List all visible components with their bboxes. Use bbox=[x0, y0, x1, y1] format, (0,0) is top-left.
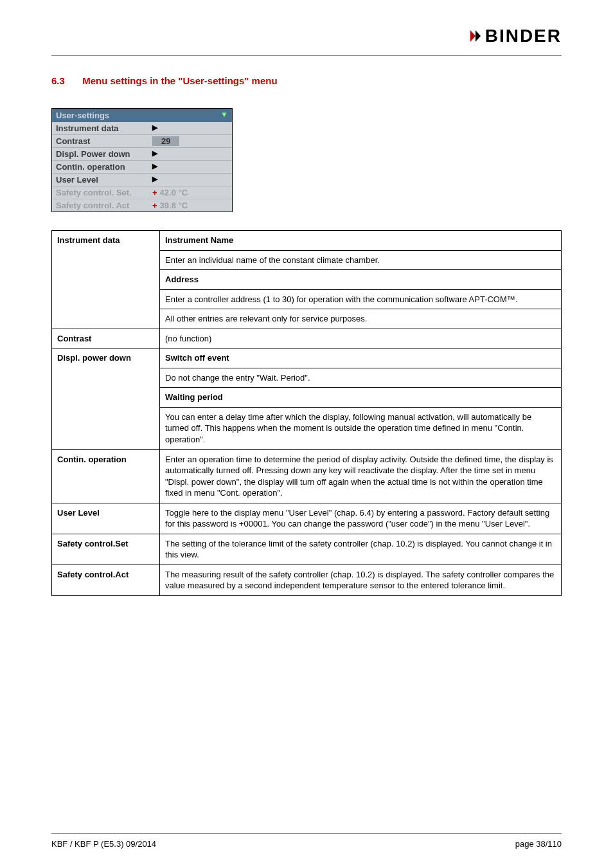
table-row: Contrast (no function) bbox=[52, 329, 562, 348]
cell-text: (no function) bbox=[160, 329, 562, 348]
table-row: Contin. operation Enter an operation tim… bbox=[52, 449, 562, 503]
panel-row-instrument-data[interactable]: Instrument data ▶ bbox=[52, 122, 232, 134]
sub-heading: Instrument Name bbox=[160, 231, 562, 251]
cell-text: Do not change the entry "Wait. Period". bbox=[160, 368, 562, 388]
panel-label: Displ. Power down bbox=[56, 149, 152, 159]
panel-row-power-down[interactable]: Displ. Power down ▶ bbox=[52, 147, 232, 160]
svg-marker-0 bbox=[470, 30, 475, 42]
row-label: Contrast bbox=[52, 329, 160, 348]
svg-marker-1 bbox=[475, 30, 481, 42]
cell-text: All other entries are relevant only for … bbox=[160, 309, 562, 329]
cell-text: Enter an operation time to determine the… bbox=[160, 449, 562, 503]
cell-text: Enter an individual name of the constant… bbox=[160, 250, 562, 270]
panel-title-bar: User-settings ▼ bbox=[52, 109, 232, 122]
table-row: User Level Toggle here to the display me… bbox=[52, 503, 562, 534]
sub-heading: Switch off event bbox=[160, 348, 562, 368]
table-row: Safety control.Act The measuring result … bbox=[52, 565, 562, 595]
footer-right: page 38/110 bbox=[515, 839, 562, 849]
section-title: Menu settings in the "User-settings" men… bbox=[82, 75, 277, 86]
submenu-indicator-icon: ▶ bbox=[152, 162, 228, 172]
panel-down-arrow-icon: ▼ bbox=[220, 110, 228, 119]
section-heading: 6.3 Menu settings in the "User-settings"… bbox=[51, 75, 562, 86]
logo-chevron-icon bbox=[469, 28, 483, 44]
row-label: Safety control.Act bbox=[52, 565, 160, 595]
safety-set-value: +42.0 °C bbox=[152, 188, 228, 197]
panel-row-contin[interactable]: Contin. operation ▶ bbox=[52, 160, 232, 173]
plus-icon: + bbox=[152, 188, 157, 197]
row-label: Contin. operation bbox=[52, 449, 160, 503]
cell-text: Toggle here to the display menu "User Le… bbox=[160, 503, 562, 534]
settings-description-table: Instrument data Instrument Name Enter an… bbox=[51, 230, 562, 596]
panel-row-user-level[interactable]: User Level ▶ bbox=[52, 173, 232, 186]
panel-row-contrast[interactable]: Contrast 29 bbox=[52, 134, 232, 147]
panel-row-safety-set: Safety control. Set. +42.0 °C bbox=[52, 186, 232, 199]
page-header: BINDER bbox=[51, 26, 562, 51]
panel-label: Safety control. Act bbox=[56, 201, 152, 210]
row-label: Displ. power down bbox=[52, 348, 160, 449]
panel-label: Instrument data bbox=[56, 123, 152, 133]
brand-logo: BINDER bbox=[469, 26, 562, 46]
panel-label: Contrast bbox=[56, 136, 152, 146]
plus-icon: + bbox=[152, 201, 157, 210]
panel-row-safety-act: Safety control. Act +39.8 °C bbox=[52, 199, 232, 212]
submenu-indicator-icon: ▶ bbox=[152, 123, 228, 133]
cell-text: You can enter a delay time after which t… bbox=[160, 407, 562, 449]
cell-text: The measuring result of the safety contr… bbox=[160, 565, 562, 595]
section-number: 6.3 bbox=[51, 75, 80, 86]
panel-title-text: User-settings bbox=[56, 111, 109, 120]
sub-heading: Address bbox=[160, 270, 562, 290]
panel-label: Safety control. Set. bbox=[56, 188, 152, 197]
submenu-indicator-icon: ▶ bbox=[152, 149, 228, 159]
contrast-value: 29 bbox=[152, 136, 228, 146]
row-label: Safety control.Set bbox=[52, 534, 160, 565]
panel-label: Contin. operation bbox=[56, 162, 152, 172]
table-row: Instrument data Instrument Name bbox=[52, 231, 562, 251]
header-divider bbox=[51, 55, 562, 56]
cell-text: The setting of the tolerance limit of th… bbox=[160, 534, 562, 565]
user-settings-panel: User-settings ▼ Instrument data ▶ Contra… bbox=[51, 108, 233, 212]
cell-text: Enter a controller address (1 to 30) for… bbox=[160, 289, 562, 309]
contrast-box: 29 bbox=[152, 136, 179, 146]
table-row: Safety control.Set The setting of the to… bbox=[52, 534, 562, 565]
table-row: Displ. power down Switch off event bbox=[52, 348, 562, 368]
brand-name: BINDER bbox=[485, 26, 562, 46]
sub-heading: Waiting period bbox=[160, 388, 562, 408]
submenu-indicator-icon: ▶ bbox=[152, 175, 228, 185]
page-footer: KBF / KBF P (E5.3) 09/2014 page 38/110 bbox=[51, 833, 562, 849]
row-label: Instrument data bbox=[52, 231, 160, 329]
footer-left: KBF / KBF P (E5.3) 09/2014 bbox=[51, 839, 156, 849]
row-label: User Level bbox=[52, 503, 160, 534]
safety-act-value: +39.8 °C bbox=[152, 201, 228, 210]
panel-label: User Level bbox=[56, 175, 152, 185]
